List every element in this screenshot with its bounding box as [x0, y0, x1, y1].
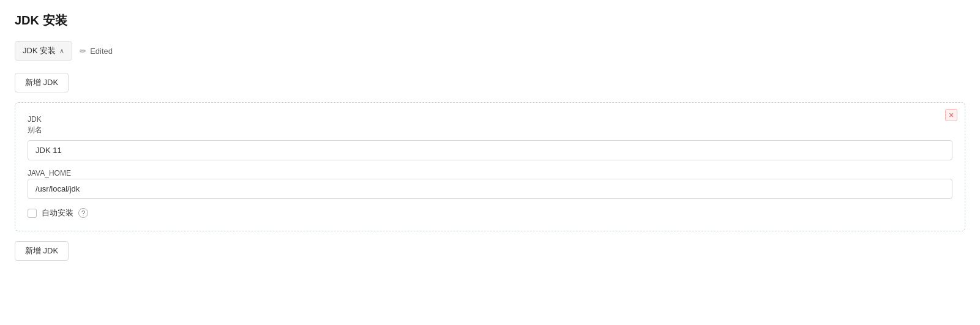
alias-input[interactable] [28, 140, 952, 160]
auto-install-checkbox[interactable] [28, 209, 37, 218]
java-home-field-group: JAVA_HOME [28, 169, 952, 199]
breadcrumb-item[interactable]: JDK 安装 ∧ [15, 41, 72, 61]
auto-install-label: 自动安装 [42, 207, 73, 219]
jdk-card: × JDK 别名 JAVA_HOME 自动安装 ? [15, 102, 965, 231]
pencil-icon: ✏ [80, 47, 86, 56]
add-jdk-top-button[interactable]: 新增 JDK [15, 73, 69, 92]
alias-label: 别名 [28, 125, 952, 135]
auto-install-row: 自动安装 ? [28, 207, 952, 219]
breadcrumb-item-label: JDK 安装 [23, 45, 56, 56]
page-title: JDK 安装 [15, 12, 965, 29]
content-area: 新增 JDK × JDK 别名 JAVA_HOME 自动安装 ? 新增 JDK [15, 73, 965, 261]
jdk-alias-field-group: JDK 别名 [28, 115, 952, 160]
remove-jdk-button[interactable]: × [945, 109, 957, 121]
java-home-label: JAVA_HOME [28, 169, 952, 177]
edited-text: Edited [90, 47, 113, 56]
help-icon[interactable]: ? [78, 208, 88, 218]
edited-status: ✏ Edited [80, 47, 113, 56]
java-home-input[interactable] [28, 179, 952, 199]
breadcrumb-bar: JDK 安装 ∧ ✏ Edited [15, 41, 965, 61]
add-jdk-bottom-button[interactable]: 新增 JDK [15, 241, 69, 261]
jdk-label: JDK [28, 115, 952, 124]
chevron-up-icon: ∧ [59, 47, 64, 55]
